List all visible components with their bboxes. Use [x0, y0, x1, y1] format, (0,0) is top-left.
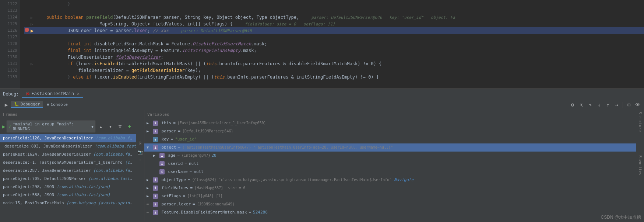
var-parser-lexer[interactable]: ∞ i parser.lexer = {JSONScanner@649}	[144, 200, 636, 208]
resume-button[interactable]: ▶	[2, 101, 10, 109]
code-line-1130: FieldDeserializer fieldDeserializer;	[24, 54, 644, 60]
frame-item-5[interactable]: parseObject:705, DefaultJSONParser (com.…	[0, 175, 136, 183]
debugger-icon: 🐛	[14, 102, 19, 107]
code-line-1129: final int initStringFieldAsEmpty = Featu…	[24, 47, 644, 54]
chevron-down-icon: ▼	[91, 125, 94, 129]
step-out-button[interactable]: ↑	[604, 101, 612, 109]
settings-icon[interactable]: ⚙	[569, 101, 577, 109]
frame-text-0: parseField:1126, JavaBeanDeserializer (c…	[3, 136, 136, 141]
variables-panel: Variables ▶ i this = {FastjsonASMDeseria…	[144, 110, 636, 221]
close-icon[interactable]: ✕	[77, 91, 80, 96]
var-value-this: {FastjsonASMDeserializer_1_UserInfo@650}	[177, 120, 266, 126]
navigate-link[interactable]: Navigate	[394, 177, 414, 183]
code-line-1124: ▷ public boolean parseField(DefaultJSONP…	[24, 14, 644, 21]
var-feature-mask[interactable]: ∞ i Feature.DisableFieldSmartMatch.mask …	[144, 208, 636, 216]
var-value-object: {FastJsonTestMain$UserInfo@647} "FastJso…	[182, 144, 393, 151]
code-line-1127	[24, 34, 644, 41]
var-icon-objecttype: i	[153, 177, 158, 183]
var-name-parser-lexer: parser.lexer	[159, 201, 191, 208]
copy-frames-button[interactable]: ⎘	[137, 140, 144, 146]
favorites-icon[interactable]: Favorites	[636, 155, 644, 175]
frames-panel: Frames ▶ ⏸ ✓ *main*@1 in group "main": R…	[0, 110, 136, 221]
var-name-object: object	[159, 144, 176, 151]
debug-tab-icon: 🐞	[25, 91, 30, 96]
code-text-1129: final int initStringFieldAsEmpty = Featu…	[36, 47, 257, 54]
frame-text-2: parseRest:1624, JavaBeanDeserializer (co…	[3, 152, 136, 157]
var-icon-username: i	[159, 169, 165, 174]
frame-item-8[interactable]: main:15, FastJsonTestMain (com.haiyang.j…	[0, 199, 136, 207]
var-key[interactable]: s key = "user_id"	[144, 135, 636, 143]
frame-item-1[interactable]: deserialze:893, JavaBeanDeserializer (co…	[0, 142, 136, 150]
debugger-tab[interactable]: 🐛 Debugger	[11, 101, 43, 108]
expand-fieldvalues[interactable]: ▶	[147, 185, 152, 191]
run-to-cursor-button[interactable]: ⇢	[613, 101, 621, 109]
variables-header: Variables	[144, 110, 636, 119]
var-name-age: age	[166, 152, 176, 159]
var-name-objecttype: objectType	[159, 177, 186, 183]
watch-button[interactable]: 👁	[634, 101, 642, 109]
var-fieldvalues[interactable]: ▶ i fieldValues = {HashMap@837} size = 0	[144, 184, 636, 192]
frames-header: Frames	[0, 110, 136, 119]
thread-running-icon: ✓	[8, 124, 11, 129]
frame-item-7[interactable]: parseObject:588, JSON (com.alibaba.fastj…	[0, 191, 136, 199]
structure-icon[interactable]: Structure	[636, 112, 644, 132]
var-object[interactable]: ▼ i object = {FastJsonTestMain$UserInfo@…	[144, 143, 636, 152]
arrow-1125: ▷	[31, 20, 36, 28]
debug-tab-fastjson[interactable]: 🐞 FastJsonTestMain ✕	[22, 90, 83, 98]
var-name-this: this	[159, 120, 171, 126]
breakpoint-icon	[25, 28, 29, 32]
frame-list: parseField:1126, JavaBeanDeserializer (c…	[0, 134, 136, 221]
code-line-1126: ▶ JSONLexer lexer = parser.lexer; // xxx…	[24, 27, 644, 34]
var-setflags[interactable]: ▶ i setFlags = {int[1]@648} [1]	[144, 192, 636, 200]
var-value-username: null	[194, 169, 204, 175]
debug-title-label: Debug:	[3, 91, 19, 97]
var-icon-fieldvalues: i	[153, 185, 158, 191]
more-button[interactable]: ⋮	[137, 157, 144, 164]
evaluate-button[interactable]: ⊞	[625, 101, 633, 109]
step-over-button[interactable]: ↷	[586, 101, 594, 109]
var-this[interactable]: ▶ i this = {FastjsonASMDeserializer_1_Us…	[144, 119, 636, 127]
play-icon: ▶	[2, 124, 5, 129]
camera-button[interactable]: 📷	[137, 149, 144, 155]
editor-section: 1122 1123 1124 1125 1126 1127 1128 1129 …	[0, 0, 644, 89]
expand-parser[interactable]: ▶	[147, 128, 152, 135]
add-frame-button[interactable]: +	[126, 122, 134, 131]
frame-item-0[interactable]: parseField:1126, JavaBeanDeserializer (c…	[0, 134, 136, 142]
code-line-1128: final int disableFieldSmartMatchMask = F…	[24, 41, 644, 47]
debug-toolbar: ▶ 🐛 Debugger ≡ Console ⚙ ⇱ ↷ ↓ ↑ ⇢ ⊞ 👁	[0, 99, 644, 110]
expand-objecttype[interactable]: ▶	[147, 177, 152, 183]
code-text-1124: public boolean parseField(DefaultJSONPar…	[36, 14, 455, 21]
var-username[interactable]: i userName = null	[144, 168, 636, 176]
step-into-button[interactable]: ↓	[595, 101, 603, 109]
code-text-1133: } else if (lexer.isEnabled(initStringFie…	[36, 74, 379, 80]
thread-up-button[interactable]: ▴	[97, 122, 105, 131]
var-objecttype[interactable]: ▶ i objectType = {Class@624} "class com.…	[144, 176, 636, 184]
frame-item-6[interactable]: parseObject:298, JSON (com.alibaba.fastj…	[0, 183, 136, 191]
var-parser[interactable]: ▶ i parser = {DefaultJSONParser@646}	[144, 127, 636, 135]
console-tab[interactable]: ≡ Console	[44, 101, 71, 108]
restore-layout-icon[interactable]: ⇱	[577, 101, 585, 109]
arrow-1131: ▷	[31, 60, 36, 67]
debug-tab-name: FastJsonTestMain	[31, 91, 74, 96]
var-age[interactable]: ▶ i age = {Integer@847} 28	[144, 152, 636, 160]
frame-item-2[interactable]: parseRest:1624, JavaBeanDeserializer (co…	[0, 150, 136, 159]
var-age-num: 28	[211, 152, 216, 159]
thread-select[interactable]: ✓ *main*@1 in group "main": RUNNING ▼	[7, 121, 95, 132]
var-icon-age: i	[159, 153, 165, 158]
var-value-feature-mask: 524288	[253, 209, 268, 216]
variables-label: Variables	[147, 112, 169, 117]
frame-item-3[interactable]: deserialze:-1, FastjsonASMDeserializer_1…	[0, 159, 136, 167]
code-text-1130: FieldDeserializer fieldDeserializer;	[36, 54, 163, 60]
expand-object[interactable]: ▼	[147, 144, 152, 151]
thread-down-button[interactable]: ▾	[106, 122, 115, 131]
expand-setflags[interactable]: ▶	[147, 193, 152, 200]
debug-title-bar: Debug: 🐞 FastJsonTestMain ✕	[0, 89, 644, 99]
code-text-1122: }	[36, 1, 70, 7]
var-userid[interactable]: i userId = null	[144, 160, 636, 168]
filter-icon[interactable]: ▽	[116, 122, 124, 131]
expand-this[interactable]: ▶	[147, 120, 152, 126]
frame-item-4[interactable]: deserialze:287, JavaBeanDeserializer (co…	[0, 167, 136, 175]
expand-age[interactable]: ▶	[153, 152, 158, 159]
expand-feature-mask: ∞	[147, 209, 152, 216]
console-label: Console	[51, 102, 68, 107]
